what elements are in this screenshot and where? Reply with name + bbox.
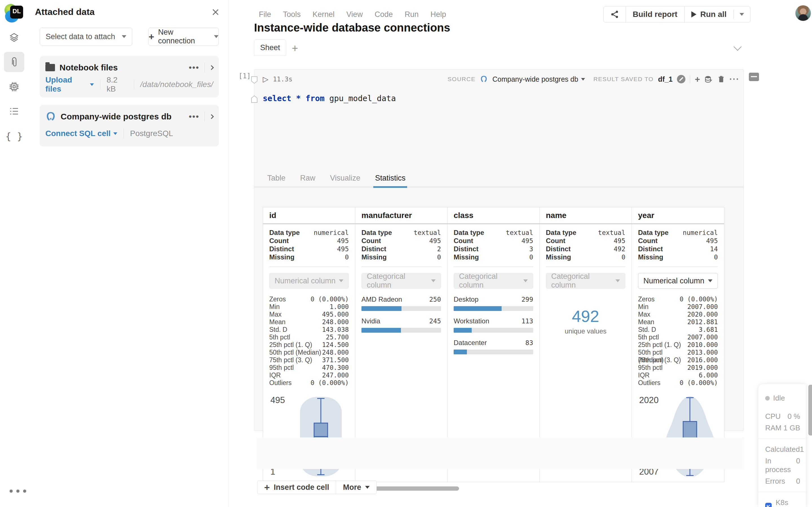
meta-value: 0 (437, 253, 441, 261)
agent-selector[interactable]: K K8s Local (765, 498, 800, 507)
ram-value: 1 GB (783, 424, 800, 432)
column-header-manufacturer: manufacturer (355, 207, 448, 223)
menu-item-view[interactable]: View (347, 10, 363, 19)
run-all-button[interactable]: Run all (684, 6, 733, 22)
stat-row: 5th pctl2007.000 (638, 334, 718, 341)
meta-value: textual (598, 229, 625, 236)
menu-item-kernel[interactable]: Kernel (313, 10, 335, 19)
database-options-icon[interactable] (705, 75, 713, 83)
category-label: Desktop (454, 295, 478, 303)
meta-row: Missing0 (454, 253, 533, 262)
sheet-tab[interactable]: Sheet (254, 40, 286, 56)
category-item: AMD Radeon250 (361, 295, 441, 311)
icon-rail: DL { } (0, 0, 28, 507)
tab-raw[interactable]: Raw (299, 174, 317, 187)
select-data-dropdown[interactable]: Select data to attach (40, 27, 132, 46)
meta-value: 14 (710, 245, 718, 252)
menu-item-tools[interactable]: Tools (283, 10, 301, 19)
attachments-paperclip-icon[interactable] (4, 52, 24, 72)
vertical-scrollbar[interactable] (808, 385, 812, 436)
tab-visualize[interactable]: Visualize (328, 174, 362, 187)
category-bar-fill (361, 306, 402, 311)
meta-row: Count495 (269, 237, 349, 245)
meta-row: Distinct3 (454, 245, 533, 253)
unique-caption: unique values (546, 327, 625, 335)
category-value: 299 (521, 296, 533, 303)
sql-keyword: from (306, 94, 324, 103)
new-connection-button[interactable]: + New connection (148, 27, 219, 46)
stat-row: Std. D143.038 (269, 326, 349, 334)
meta-label: Count (361, 237, 381, 245)
meta-label: Data type (546, 229, 576, 237)
collapse-chevron-icon[interactable] (733, 43, 742, 51)
outline-list-icon[interactable] (4, 101, 24, 122)
source-selector[interactable]: Company-wide postgres db (492, 75, 585, 83)
run-cell-button[interactable]: ▷ (263, 75, 268, 83)
card-menu-icon[interactable]: ••• (189, 115, 199, 118)
variables-braces-icon[interactable]: { } (4, 126, 24, 147)
close-icon[interactable] (211, 8, 220, 16)
column-type-selector[interactable]: Categorical column (361, 273, 441, 289)
stat-label: Outliers (638, 379, 660, 387)
stat-label: 75th pctl (3. Q) (269, 356, 312, 364)
menu-item-help[interactable]: Help (430, 10, 446, 19)
meta-row: Data typenumerical (269, 229, 349, 237)
chevron-right-icon[interactable] (209, 65, 214, 70)
stat-row: Zeros0 (0.000%) (269, 295, 349, 303)
tab-statistics[interactable]: Statistics (373, 174, 407, 187)
comment-icon[interactable] (749, 73, 759, 81)
category-value: 245 (429, 318, 441, 325)
layers-icon[interactable] (4, 27, 24, 47)
menu-item-code[interactable]: Code (375, 10, 393, 19)
upload-files-button[interactable]: Upload files (45, 75, 94, 94)
meta-value: 2 (437, 245, 441, 252)
cell-handle-icon[interactable] (251, 95, 258, 103)
more-dots-icon[interactable] (10, 490, 26, 493)
category-bar-track (361, 328, 441, 333)
sql-identifier: gpu_model_data (324, 94, 396, 103)
datalore-logo[interactable]: DL (4, 4, 23, 22)
delete-cell-icon[interactable] (718, 75, 725, 83)
add-sheet-button[interactable]: + (292, 42, 298, 54)
connect-sql-cell-button[interactable]: Connect SQL cell (45, 129, 117, 138)
column-type-selector[interactable]: Numerical column (269, 273, 349, 289)
menu-item-file[interactable]: File (259, 10, 271, 19)
column-type-selector[interactable]: Numerical column (638, 273, 718, 289)
stat-row: Outliers0 (0.000%) (269, 379, 349, 387)
menu-item-run[interactable]: Run (405, 10, 419, 19)
environment-chip-icon[interactable] (4, 76, 24, 97)
category-bars: AMD Radeon250Nvidia245 (361, 295, 441, 333)
insert-code-cell-button[interactable]: + Insert code cell (257, 481, 336, 494)
stat-value: 6.000 (699, 372, 718, 379)
cell-handle-icon[interactable] (251, 76, 258, 84)
share-button[interactable] (604, 6, 626, 22)
user-avatar[interactable] (795, 5, 811, 21)
stat-label: Max (638, 311, 650, 318)
run-options-button[interactable] (733, 6, 750, 22)
cell-more-icon[interactable]: ··· (729, 78, 740, 80)
column-type-selector[interactable]: Categorical column (454, 273, 533, 289)
category-bar-track (454, 328, 533, 333)
stat-value: 2007.000 (688, 334, 718, 341)
stat-value: 248.000 (322, 318, 349, 326)
column-type-selector[interactable]: Categorical column (546, 273, 625, 289)
card-menu-icon[interactable]: ••• (189, 66, 199, 69)
meta-label: Data type (638, 229, 668, 237)
build-report-button[interactable]: Build report (626, 6, 684, 22)
chevron-right-icon[interactable] (209, 114, 214, 119)
stat-row: IQR247.000 (269, 372, 349, 379)
stat-row: Max495.000 (269, 311, 349, 318)
meta-value: 495 (613, 237, 625, 244)
empty-cell-placeholder[interactable] (256, 438, 744, 469)
more-button[interactable]: More (336, 481, 376, 494)
in-process-value: 0 (796, 457, 800, 465)
category-item: Desktop299 (454, 295, 533, 311)
stat-value: 25.700 (326, 334, 349, 341)
edit-variable-icon[interactable] (677, 75, 686, 83)
tab-table[interactable]: Table (266, 174, 287, 187)
stat-row: Mean248.000 (269, 318, 349, 326)
meta-row: Count495 (454, 237, 533, 245)
menu-bar: FileToolsKernelViewCodeRunHelp (259, 10, 446, 19)
sql-code[interactable]: select * from gpu_model_data (263, 94, 396, 103)
stat-row: Std. D3.681 (638, 326, 718, 334)
